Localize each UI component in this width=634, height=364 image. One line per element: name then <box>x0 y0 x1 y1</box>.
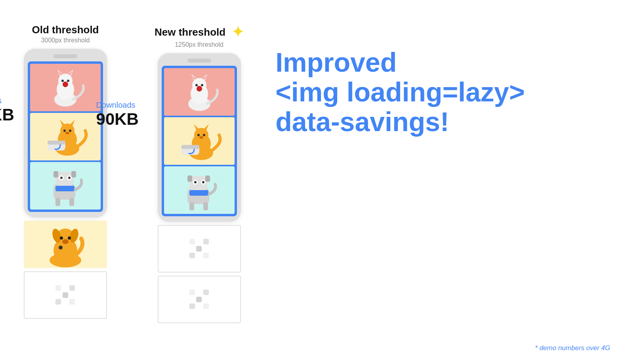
new-phone-notch <box>187 59 211 63</box>
old-threshold-title: Old threshold <box>32 24 99 36</box>
hero-line2: <img loading=lazy> <box>275 77 525 107</box>
demo-note: * demo numbers over 4G <box>535 344 610 352</box>
old-robot-dog-tile <box>30 162 101 210</box>
svg-point-18 <box>65 132 69 134</box>
svg-rect-70 <box>187 175 192 182</box>
orange-cat-illustration <box>42 115 89 158</box>
old-downloads-info: Downloads 160KB <box>0 96 14 124</box>
new-phone-screen <box>162 66 237 216</box>
svg-point-16 <box>63 130 66 132</box>
svg-rect-74 <box>203 202 208 210</box>
main-container: Old threshold 3000px threshold Downloads… <box>0 0 634 364</box>
new-cat-illustration <box>176 70 223 114</box>
svg-rect-20 <box>48 141 65 145</box>
svg-point-52 <box>197 86 202 91</box>
svg-rect-32 <box>69 198 74 206</box>
svg-rect-62 <box>181 145 199 149</box>
cat-illustration <box>42 66 89 109</box>
svg-point-40 <box>62 239 69 244</box>
svg-rect-31 <box>55 198 60 206</box>
comparison-section: Old threshold 3000px threshold Downloads… <box>24 24 244 323</box>
svg-rect-72 <box>189 190 208 196</box>
old-threshold-subtitle: 3000px threshold <box>32 37 99 44</box>
new-downloads-label: Downloads <box>96 101 139 110</box>
new-phone-frame <box>158 53 241 222</box>
svg-marker-14 <box>60 120 65 126</box>
right-section: Improved <img loading=lazy> data-savings… <box>244 16 610 136</box>
old-outside-tiles <box>24 221 107 319</box>
yellow-dog-illustration <box>30 221 101 268</box>
new-orange-cat-tile <box>164 117 235 165</box>
old-phone-screen <box>28 61 103 212</box>
svg-point-25 <box>60 177 63 179</box>
svg-point-8 <box>67 80 69 82</box>
hero-line1: Improved <box>275 47 397 77</box>
robot-dog-illustration <box>42 164 89 208</box>
svg-point-60 <box>199 136 203 139</box>
new-threshold-column: New threshold ✦ 1250px threshold Downloa… <box>155 24 244 323</box>
svg-point-69 <box>202 181 204 183</box>
new-robot-dog-tile <box>164 166 235 214</box>
svg-point-7 <box>61 80 64 82</box>
svg-rect-73 <box>189 202 194 210</box>
new-robot-dog-illustration <box>176 168 223 212</box>
hero-text: Improved <img loading=lazy> data-savings… <box>275 48 610 136</box>
old-downloads-label: Downloads <box>0 96 14 105</box>
new-orange-cat-illustration <box>176 119 223 163</box>
old-threshold-label: Old threshold 3000px threshold <box>32 24 99 44</box>
new-loading-tile-2 <box>158 276 241 323</box>
svg-point-55 <box>194 128 208 142</box>
new-threshold-label: New threshold ✦ 1250px threshold <box>155 24 244 48</box>
svg-point-27 <box>68 177 71 179</box>
new-threshold-subtitle: 1250px threshold <box>155 41 244 48</box>
hero-line3: data-savings! <box>275 107 449 137</box>
old-threshold-title-text: Old threshold <box>32 24 99 36</box>
phone-notch <box>53 54 77 58</box>
new-outside-tiles <box>158 225 241 323</box>
loading-spinner-old <box>55 285 75 305</box>
old-phone-frame <box>24 49 107 217</box>
new-cat-tile <box>164 68 235 116</box>
svg-point-58 <box>197 134 200 136</box>
old-yellow-dog-tile <box>24 221 107 268</box>
old-downloads-size: 160KB <box>0 105 14 124</box>
svg-rect-29 <box>71 171 76 177</box>
svg-rect-28 <box>53 171 58 177</box>
svg-point-17 <box>69 130 71 132</box>
svg-point-10 <box>63 82 68 87</box>
svg-point-67 <box>194 181 197 183</box>
sparkle-icon: ✦ <box>232 24 244 40</box>
new-threshold-title: New threshold ✦ <box>155 24 244 40</box>
new-loading-tile-1 <box>158 225 241 273</box>
svg-point-59 <box>203 134 205 136</box>
new-downloads-info: Downloads 90KB <box>96 101 139 129</box>
old-threshold-column: Old threshold 3000px threshold Downloads… <box>24 24 107 323</box>
svg-point-13 <box>60 124 74 138</box>
svg-marker-15 <box>70 120 75 126</box>
svg-point-49 <box>195 84 198 86</box>
svg-point-38 <box>60 236 63 240</box>
old-orange-cat-tile <box>30 113 101 160</box>
loading-spinner-new-1 <box>189 239 209 259</box>
loading-spinner-new-2 <box>189 290 209 309</box>
new-downloads-size: 90KB <box>96 110 139 129</box>
new-threshold-title-text: New threshold <box>155 26 225 38</box>
svg-point-50 <box>201 84 203 86</box>
svg-point-39 <box>68 236 71 240</box>
old-loading-tile <box>24 271 107 319</box>
svg-marker-56 <box>194 124 199 130</box>
old-cat-tile <box>30 64 101 111</box>
svg-rect-30 <box>55 186 74 191</box>
svg-point-41 <box>59 246 63 250</box>
svg-rect-71 <box>205 175 210 182</box>
svg-marker-57 <box>204 124 209 130</box>
